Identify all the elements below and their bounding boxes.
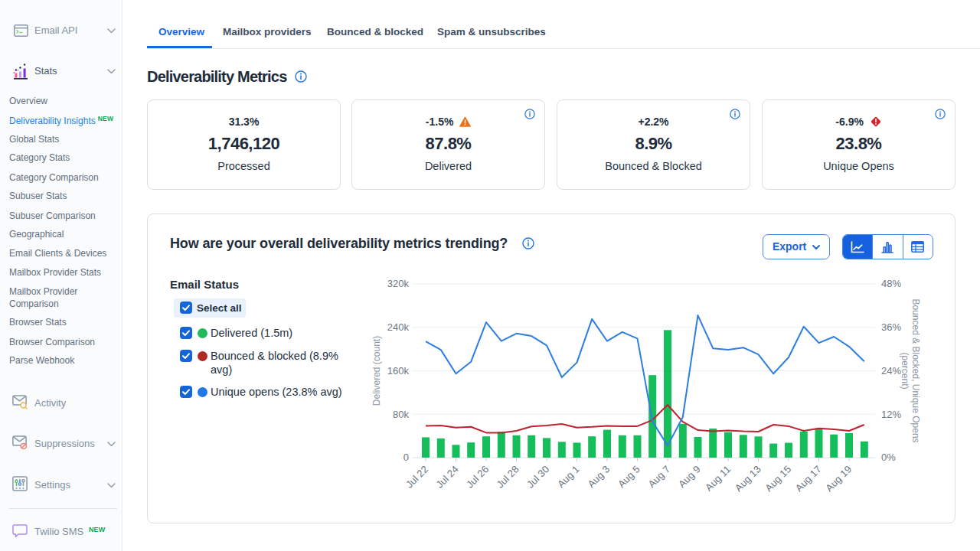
- svg-text:Aug 1: Aug 1: [555, 464, 582, 491]
- svg-text:Jul 26: Jul 26: [464, 464, 491, 491]
- svg-text:Aug 13: Aug 13: [733, 464, 763, 494]
- svg-text:12%: 12%: [881, 409, 901, 420]
- svg-text:48%: 48%: [881, 278, 901, 289]
- svg-text:36%: 36%: [881, 321, 901, 333]
- svg-text:0%: 0%: [881, 452, 896, 463]
- svg-text:24%: 24%: [881, 365, 901, 377]
- svg-text:320k: 320k: [387, 278, 410, 289]
- svg-text:160k: 160k: [387, 365, 410, 377]
- svg-text:Aug 7: Aug 7: [645, 464, 672, 491]
- svg-text:Aug 9: Aug 9: [676, 464, 703, 491]
- svg-text:Aug 11: Aug 11: [703, 464, 733, 494]
- svg-text:Aug 17: Aug 17: [793, 464, 824, 494]
- svg-text:80k: 80k: [393, 409, 409, 420]
- svg-text:Aug 5: Aug 5: [616, 464, 642, 491]
- svg-text:Jul 22: Jul 22: [403, 464, 430, 491]
- svg-text:Jul 30: Jul 30: [524, 464, 551, 491]
- svg-text:Delivered (count): Delivered (count): [371, 336, 382, 406]
- svg-text:Bounced & Blocked, Unique Open: Bounced & Blocked, Unique Opens(percent): [900, 298, 921, 442]
- svg-text:Aug 3: Aug 3: [585, 464, 612, 491]
- svg-text:Jul 28: Jul 28: [494, 464, 521, 491]
- svg-text:0: 0: [403, 452, 409, 463]
- svg-text:Jul 24: Jul 24: [433, 464, 460, 491]
- svg-text:240k: 240k: [387, 321, 410, 333]
- svg-text:Aug 19: Aug 19: [823, 464, 854, 494]
- svg-text:Aug 15: Aug 15: [763, 464, 793, 494]
